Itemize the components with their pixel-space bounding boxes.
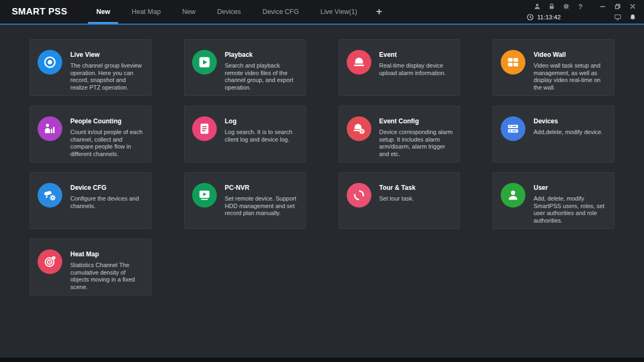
devices-icon bbox=[501, 116, 525, 141]
card-title: Live View bbox=[70, 51, 144, 58]
restore-button[interactable] bbox=[613, 3, 621, 11]
heat-map-icon bbox=[38, 249, 62, 274]
card-description: Configure the devices and channels. bbox=[70, 195, 144, 210]
card-title: Event Config bbox=[379, 117, 453, 125]
event-config-icon bbox=[347, 116, 371, 141]
status-icons bbox=[613, 13, 636, 21]
card-title: Log bbox=[225, 117, 299, 125]
user-icon bbox=[501, 183, 525, 208]
card-description: Video wall task setup and management, as… bbox=[533, 62, 608, 91]
card-title: Event bbox=[379, 51, 453, 58]
card-event-config[interactable]: Event ConfigDevice corresponding alarm s… bbox=[339, 106, 460, 162]
card-description: Real-time display device upload alarm in… bbox=[379, 62, 453, 77]
lock-icon[interactable] bbox=[547, 3, 555, 11]
card-log[interactable]: LogLog search. It is to search client lo… bbox=[184, 106, 306, 162]
card-pc-nvr[interactable]: PC-NVRSet remote device. Support HDD man… bbox=[184, 172, 306, 229]
card-grid: Live ViewThe channel group liveview oper… bbox=[0, 25, 644, 310]
card-description: The channel group liveview operation. He… bbox=[70, 62, 144, 91]
card-user[interactable]: UserAdd, delete, modify SmartPSS users, … bbox=[493, 172, 614, 229]
gear-icon[interactable] bbox=[562, 3, 570, 11]
user-icon[interactable] bbox=[533, 3, 541, 11]
card-description: Set tour task. bbox=[379, 195, 416, 203]
card-description: Add,delete, modify device. bbox=[533, 129, 603, 136]
card-title: Device CFG bbox=[70, 184, 144, 191]
tab-bar: NewHeat MapNewDevicesDevice CFGLive View… bbox=[85, 0, 526, 24]
card-live-view[interactable]: Live ViewThe channel group liveview oper… bbox=[30, 39, 151, 96]
card-title: User bbox=[533, 184, 608, 191]
card-title: Heat Map bbox=[70, 250, 144, 258]
bell-icon[interactable] bbox=[628, 13, 636, 21]
card-title: Devices bbox=[533, 117, 603, 125]
smartpss-window: SMART PSS NewHeat MapNewDevicesDevice CF… bbox=[0, 0, 644, 362]
tab-device-cfg[interactable]: Device CFG bbox=[254, 0, 307, 24]
card-tour-task[interactable]: Tour & TaskSet tour task. bbox=[339, 172, 460, 229]
card-playback[interactable]: PlaybackSearch and playback remote video… bbox=[184, 39, 306, 96]
video-wall-icon bbox=[501, 50, 525, 75]
tab-heat-map[interactable]: Heat Map bbox=[123, 0, 169, 24]
minimize-button[interactable] bbox=[598, 3, 606, 11]
clock-icon bbox=[526, 13, 534, 21]
card-description: Log search. It is to search client log a… bbox=[225, 129, 299, 143]
live-view-icon bbox=[38, 50, 62, 75]
bottom-edge bbox=[0, 358, 644, 362]
window-controls bbox=[598, 3, 636, 11]
clock-time: 11:13:42 bbox=[537, 14, 561, 20]
title-bar: SMART PSS NewHeat MapNewDevicesDevice CF… bbox=[0, 0, 644, 25]
logo-text-smart: SMART bbox=[12, 6, 46, 17]
card-title: PC-NVR bbox=[225, 184, 299, 191]
event-alarm-icon bbox=[347, 50, 371, 75]
logo-text-pss: PSS bbox=[48, 6, 68, 17]
card-title: Tour & Task bbox=[379, 184, 416, 191]
log-icon bbox=[192, 116, 217, 141]
card-description: Count in/out people of each channel, col… bbox=[70, 129, 144, 158]
card-description: Set remote device. Support HDD managemen… bbox=[225, 195, 299, 217]
tab-new[interactable]: New bbox=[88, 0, 118, 24]
close-button[interactable] bbox=[628, 3, 636, 11]
add-tab-button[interactable]: + bbox=[371, 0, 388, 24]
tab-live-view-1[interactable]: Live View(1) bbox=[312, 0, 365, 24]
card-event[interactable]: EventReal-time display device upload ala… bbox=[339, 39, 460, 96]
titlebar-right: ? 11:13:42 bbox=[526, 0, 644, 24]
tour-task-icon bbox=[347, 183, 371, 208]
card-device-cfg[interactable]: Device CFGConfigure the devices and chan… bbox=[30, 172, 151, 229]
card-description: Add, delete, modify SmartPSS users, role… bbox=[533, 195, 608, 224]
card-description: Statistics Channel The cumulative densit… bbox=[70, 262, 144, 291]
monitor-icon[interactable] bbox=[613, 13, 621, 21]
app-logo: SMART PSS bbox=[0, 0, 85, 24]
card-title: Video Wall bbox=[533, 51, 608, 58]
people-counting-icon bbox=[38, 116, 62, 141]
card-description: Search and playback remote video files o… bbox=[225, 62, 299, 91]
card-devices[interactable]: DevicesAdd,delete, modify device. bbox=[493, 106, 614, 162]
card-video-wall[interactable]: Video WallVideo wall task setup and mana… bbox=[493, 39, 614, 96]
device-cfg-icon bbox=[38, 183, 62, 208]
pc-nvr-icon bbox=[192, 183, 217, 208]
playback-icon bbox=[192, 50, 217, 75]
card-heat-map[interactable]: Heat MapStatistics Channel The cumulativ… bbox=[30, 239, 151, 295]
card-title: Playback bbox=[225, 51, 299, 58]
help-icon[interactable]: ? bbox=[576, 3, 584, 11]
card-title: People Counting bbox=[70, 117, 144, 125]
card-people-counting[interactable]: People CountingCount in/out people of ea… bbox=[30, 106, 151, 162]
tab-devices[interactable]: Devices bbox=[209, 0, 248, 24]
tab-new[interactable]: New bbox=[174, 0, 203, 24]
card-description: Device corresponding alarm setup. It inc… bbox=[379, 129, 453, 158]
